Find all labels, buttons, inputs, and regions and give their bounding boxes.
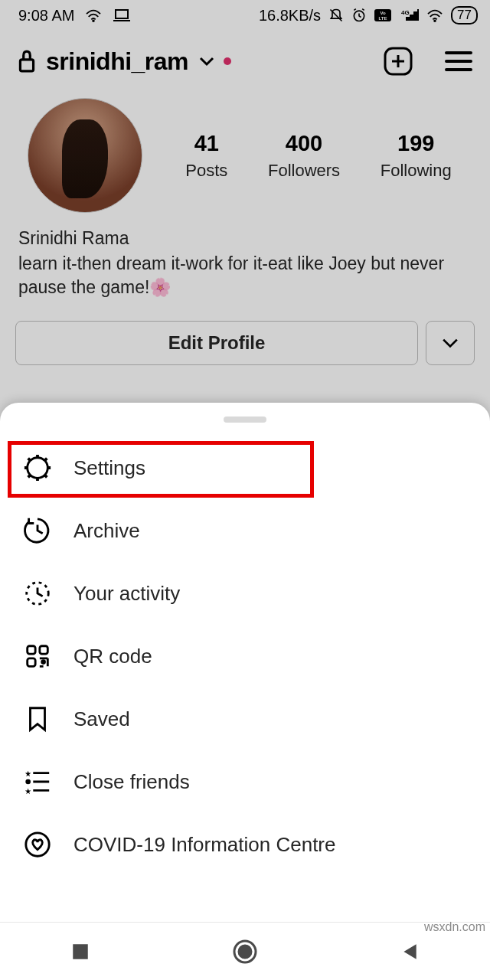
android-navbar [0,922,490,980]
home-button[interactable] [232,939,258,965]
svg-point-10 [28,458,48,479]
chevron-down-icon [442,338,459,348]
heart-circle-icon [23,830,52,859]
svg-point-0 [93,20,94,21]
svg-rect-18 [74,944,89,959]
menu-saved[interactable]: Saved [0,688,490,750]
archive-icon [23,516,52,545]
posts-label: Posts [185,161,227,181]
bio-text: learn it-then dream it-work for it-eat l… [18,252,472,299]
svg-rect-3 [374,9,391,21]
svg-point-17 [26,833,49,856]
followers-count: 400 [268,131,340,156]
posts-stat[interactable]: 41 Posts [185,131,227,181]
menu-label: COVID-19 Information Centre [74,833,335,857]
volte-icon: VoLTE [374,9,391,21]
cellular-icon: 4G [399,8,419,22]
username[interactable]: srinidhi_ram [46,47,188,76]
menu-label: Your activity [74,582,180,606]
hamburger-menu-icon[interactable] [444,50,473,73]
discover-people-button[interactable] [426,321,475,365]
menu-label: Settings [74,456,145,480]
menu-settings[interactable]: Settings [0,436,490,499]
svg-point-15 [42,661,45,664]
activity-icon [23,579,52,608]
lock-icon [17,50,37,73]
svg-rect-9 [385,48,411,74]
menu-label: QR code [74,645,152,668]
svg-text:4G: 4G [401,9,410,16]
display-name: Srinidhi Rama [18,228,472,249]
edit-profile-button[interactable]: Edit Profile [15,321,418,365]
menu-label: Saved [74,707,130,731]
svg-point-2 [354,11,364,21]
recent-apps-button[interactable] [70,942,90,962]
menu-activity[interactable]: Your activity [0,562,490,625]
status-time: 9:08 AM [18,7,74,24]
svg-rect-14 [28,658,35,666]
data-rate: 16.8KB/s [259,7,321,24]
followers-label: Followers [268,161,340,181]
posts-count: 41 [185,131,227,156]
menu-label: Close friends [74,770,190,794]
chevron-down-icon[interactable] [199,56,214,67]
svg-rect-8 [20,60,33,71]
bookmark-icon [23,704,52,733]
avatar[interactable] [28,98,142,213]
profile-header: srinidhi_ram [0,31,490,86]
following-count: 199 [381,131,452,156]
back-button[interactable] [400,942,420,962]
svg-point-20 [239,946,251,958]
menu-covid[interactable]: COVID-19 Information Centre [0,813,490,876]
menu-archive[interactable]: Archive [0,499,490,562]
watermark: wsxdn.com [424,920,485,934]
svg-point-7 [434,20,436,21]
menu-label: Archive [74,519,140,543]
svg-point-16 [27,780,30,783]
menu-close-friends[interactable]: Close friends [0,750,490,813]
bottom-sheet: Settings Archive Your activity QR code S… [0,403,490,980]
qr-icon [23,642,52,671]
menu-qr[interactable]: QR code [0,625,490,688]
bio: Srinidhi Rama learn it-then dream it-wor… [0,213,490,299]
svg-text:Vo: Vo [380,11,386,15]
gear-icon [23,453,52,482]
following-label: Following [381,161,452,181]
edit-profile-label: Edit Profile [168,332,266,354]
svg-text:LTE: LTE [379,16,387,21]
notification-dot [224,57,231,65]
svg-rect-12 [28,646,35,654]
svg-rect-13 [40,646,47,654]
sheet-grabber[interactable] [224,416,266,423]
following-stat[interactable]: 199 Following [381,131,452,181]
followers-stat[interactable]: 400 Followers [268,131,340,181]
wifi-icon-2 [426,8,443,22]
add-post-icon[interactable] [383,46,413,77]
notification-off-icon [328,8,344,23]
laptop-icon [113,8,131,22]
battery-level: 77 [451,6,478,24]
wifi-icon [85,8,102,22]
status-bar: 9:08 AM 16.8KB/s VoLTE 4G 77 [0,0,490,31]
svg-rect-1 [116,10,128,18]
alarm-icon [351,8,367,23]
close-friends-icon [23,767,52,796]
